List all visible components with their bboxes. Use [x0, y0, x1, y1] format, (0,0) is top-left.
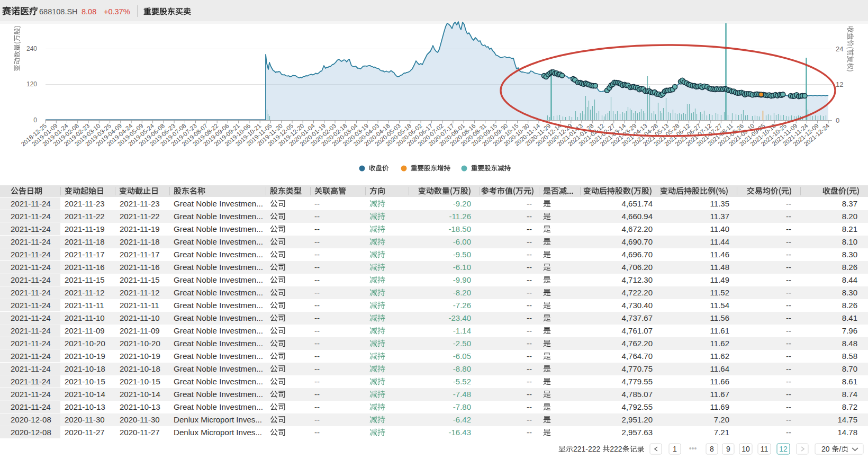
svg-text:4,770.75: 4,770.75 [622, 364, 653, 373]
svg-text:8: 8 [710, 445, 714, 453]
svg-text:2021-11-24: 2021-11-24 [11, 275, 51, 284]
svg-text:4,730.40: 4,730.40 [622, 301, 653, 310]
svg-text:2021-11-18: 2021-11-18 [120, 237, 160, 246]
svg-text:4,762.20: 4,762.20 [622, 339, 653, 348]
svg-text:2021-11-15: 2021-11-15 [65, 275, 105, 284]
svg-text:--: -- [786, 237, 791, 246]
svg-text:--: -- [786, 263, 791, 272]
svg-text:--: -- [314, 237, 320, 246]
svg-text:Great Noble Investmen...: Great Noble Investmen... [174, 390, 263, 399]
svg-text:8.72: 8.72 [842, 402, 857, 411]
svg-text:4,706.20: 4,706.20 [622, 263, 653, 272]
svg-text:11.52: 11.52 [710, 288, 729, 297]
svg-text:24: 24 [836, 45, 843, 53]
svg-text:2021-11-24: 2021-11-24 [11, 199, 51, 208]
svg-text:--: -- [314, 428, 320, 437]
svg-text:1: 1 [673, 445, 677, 453]
svg-text:11.40: 11.40 [710, 224, 729, 233]
svg-text:2021-11-12: 2021-11-12 [120, 288, 160, 297]
svg-text:11.37: 11.37 [710, 212, 729, 221]
svg-text:2021-10-14: 2021-10-14 [120, 390, 160, 399]
svg-text:222: 222 [610, 445, 622, 453]
svg-text:--: -- [314, 402, 320, 411]
svg-text:4,761.07: 4,761.07 [622, 326, 653, 335]
svg-text:14.78: 14.78 [837, 428, 857, 437]
svg-text:8.48: 8.48 [842, 339, 857, 348]
svg-text:2021-11-17: 2021-11-17 [65, 250, 105, 259]
svg-text:2020-12-08: 2020-12-08 [11, 428, 51, 437]
svg-text:8.37: 8.37 [842, 199, 857, 208]
svg-text:11.44: 11.44 [710, 237, 729, 246]
svg-text:2021-11-23: 2021-11-23 [120, 199, 160, 208]
svg-text:4,785.07: 4,785.07 [622, 390, 653, 399]
svg-text:-6.10: -6.10 [453, 263, 471, 272]
svg-text:2021-11-24: 2021-11-24 [11, 377, 51, 386]
svg-text:8.26: 8.26 [842, 301, 857, 310]
svg-text:11.49: 11.49 [710, 275, 729, 284]
svg-text:4,712.30: 4,712.30 [622, 275, 653, 284]
svg-text:4,690.70: 4,690.70 [622, 237, 653, 246]
svg-text:--: -- [786, 390, 791, 399]
svg-text:-6.05: -6.05 [453, 352, 471, 361]
svg-text:2021-11-24: 2021-11-24 [11, 402, 51, 411]
svg-text:2021-11-19: 2021-11-19 [65, 224, 105, 233]
svg-text:-6.00: -6.00 [453, 237, 471, 246]
svg-text:--: -- [786, 326, 791, 335]
svg-text:2021-11-19: 2021-11-19 [120, 224, 160, 233]
svg-text:Denlux Microport Inves...: Denlux Microport Inves... [174, 428, 262, 437]
svg-text:Great Noble Investmen...: Great Noble Investmen... [174, 313, 263, 322]
svg-text:2021-11-24: 2021-11-24 [11, 390, 51, 399]
svg-text:7.20: 7.20 [714, 415, 729, 424]
svg-text:12: 12 [836, 80, 843, 88]
svg-text:8.08: 8.08 [82, 7, 96, 16]
svg-text:Great Noble Investmen...: Great Noble Investmen... [174, 326, 263, 335]
svg-text:--: -- [786, 288, 791, 297]
svg-text:--: -- [786, 339, 791, 348]
svg-text:--: -- [786, 352, 791, 361]
svg-text:--: -- [527, 250, 532, 259]
svg-text:Great Noble Investmen...: Great Noble Investmen... [174, 224, 263, 233]
svg-text:--: -- [527, 326, 532, 335]
svg-text:11.62: 11.62 [710, 352, 729, 361]
svg-text:2021-11-24: 2021-11-24 [11, 326, 51, 335]
svg-text:8.30: 8.30 [842, 250, 857, 259]
svg-text:--: -- [786, 275, 791, 284]
svg-text:2021-10-13: 2021-10-13 [120, 402, 160, 411]
svg-text:--: -- [314, 352, 320, 361]
svg-text:2,951.20: 2,951.20 [622, 415, 653, 424]
svg-text:--: -- [527, 275, 532, 284]
svg-text:--: -- [527, 237, 532, 246]
svg-text:--: -- [314, 313, 320, 322]
svg-text:2021-10-19: 2021-10-19 [120, 352, 160, 361]
svg-text:-6.42: -6.42 [453, 415, 471, 424]
svg-text:--: -- [786, 301, 791, 310]
svg-text:2021-10-20: 2021-10-20 [120, 339, 160, 348]
svg-text:2021-11-09: 2021-11-09 [120, 326, 160, 335]
svg-text:--: -- [527, 301, 532, 310]
svg-text:2021-11-24: 2021-11-24 [11, 352, 51, 361]
svg-text:8.30: 8.30 [842, 288, 857, 297]
svg-text:--: -- [527, 352, 532, 361]
svg-text:4,722.20: 4,722.20 [622, 288, 653, 297]
svg-text:2021-11-15: 2021-11-15 [120, 275, 160, 284]
svg-text:--: -- [314, 288, 320, 297]
svg-text:11.62: 11.62 [710, 339, 729, 348]
svg-text:--: -- [786, 377, 791, 386]
svg-text:2021-11-24: 2021-11-24 [11, 339, 51, 348]
svg-text:2020-11-30: 2020-11-30 [120, 415, 160, 424]
svg-text:2020-11-27: 2020-11-27 [65, 428, 105, 437]
svg-text:-9.90: -9.90 [453, 275, 471, 284]
svg-text:2021-11-24: 2021-11-24 [11, 224, 51, 233]
svg-text:--: -- [786, 428, 791, 437]
svg-text:Great Noble Investmen...: Great Noble Investmen... [174, 288, 263, 297]
svg-text:11.48: 11.48 [710, 263, 729, 272]
svg-text:Great Noble Investmen...: Great Noble Investmen... [174, 364, 263, 373]
svg-text:11: 11 [761, 445, 768, 453]
svg-text:2021-11-11: 2021-11-11 [65, 301, 104, 310]
svg-text:-7.26: -7.26 [453, 301, 471, 310]
svg-text:--: -- [314, 339, 320, 348]
svg-text:--: -- [314, 390, 320, 399]
svg-text:12: 12 [779, 445, 788, 453]
svg-text:--: -- [314, 364, 320, 373]
svg-text:2021-10-18: 2021-10-18 [65, 364, 105, 373]
